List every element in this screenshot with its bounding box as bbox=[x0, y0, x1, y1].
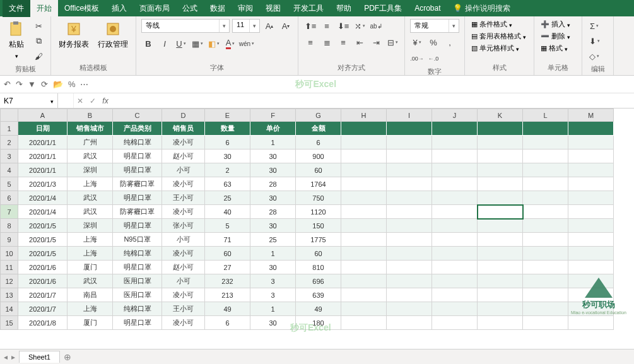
cell[interactable]: 639 bbox=[296, 288, 341, 302]
row-header[interactable]: 1 bbox=[1, 122, 18, 136]
header-cell[interactable]: 日期 bbox=[18, 122, 68, 136]
cell[interactable]: 810 bbox=[296, 261, 341, 274]
accounting-format-button[interactable]: ¥ bbox=[410, 35, 424, 49]
cell[interactable]: 60 bbox=[296, 247, 341, 261]
tab-file[interactable]: 文件 bbox=[3, 0, 30, 17]
row-header[interactable]: 14 bbox=[1, 302, 18, 316]
cell[interactable]: 凌小可 bbox=[162, 177, 205, 191]
cell[interactable] bbox=[387, 205, 432, 219]
row-header[interactable]: 9 bbox=[1, 233, 18, 247]
cell[interactable]: 1 bbox=[250, 302, 296, 316]
row-header[interactable]: 13 bbox=[1, 288, 18, 302]
cell[interactable]: 凌小可 bbox=[162, 288, 205, 302]
cell[interactable] bbox=[478, 150, 523, 163]
cell[interactable] bbox=[568, 191, 614, 205]
autosum-button[interactable]: Σ bbox=[587, 19, 601, 33]
cell[interactable] bbox=[432, 288, 478, 302]
cell[interactable] bbox=[523, 150, 568, 163]
tab-help[interactable]: 帮助 bbox=[330, 0, 358, 17]
cell[interactable] bbox=[523, 261, 568, 274]
column-header[interactable]: F bbox=[250, 109, 296, 122]
cell[interactable]: 纯棉口罩 bbox=[113, 302, 162, 316]
cell[interactable]: 深圳 bbox=[68, 163, 113, 177]
cell[interactable] bbox=[341, 274, 387, 288]
column-header[interactable]: I bbox=[387, 109, 432, 122]
cell[interactable]: 6 bbox=[296, 136, 341, 150]
conditional-format-button[interactable]: ▦条件格式 bbox=[470, 19, 514, 30]
cell[interactable] bbox=[568, 219, 614, 233]
cell[interactable]: 30 bbox=[250, 150, 296, 163]
column-header[interactable]: L bbox=[523, 109, 568, 122]
header-cell[interactable]: 销售员 bbox=[162, 122, 205, 136]
wrap-text-button[interactable]: ab↲ bbox=[369, 19, 383, 33]
fx-button[interactable]: fx bbox=[99, 97, 112, 105]
cell[interactable]: 3 bbox=[250, 288, 296, 302]
cell[interactable] bbox=[478, 247, 523, 261]
cell[interactable] bbox=[478, 205, 523, 219]
tab-acrobat[interactable]: Acrobat bbox=[408, 1, 447, 16]
cell[interactable]: 28 bbox=[250, 177, 296, 191]
align-middle-button[interactable]: ≡ bbox=[320, 19, 334, 33]
cell[interactable]: 2020/1/6 bbox=[18, 274, 68, 288]
phonetic-button[interactable]: wén bbox=[240, 37, 254, 50]
cell[interactable] bbox=[387, 274, 432, 288]
more-icon[interactable]: ⋯ bbox=[80, 79, 88, 89]
cell[interactable] bbox=[432, 247, 478, 261]
cell[interactable] bbox=[341, 163, 387, 177]
format-painter-button[interactable]: 🖌 bbox=[32, 49, 45, 63]
column-header[interactable]: C bbox=[113, 109, 162, 122]
cell[interactable] bbox=[341, 191, 387, 205]
cell[interactable] bbox=[478, 288, 523, 302]
cell[interactable] bbox=[432, 205, 478, 219]
cell[interactable]: 30 bbox=[205, 150, 250, 163]
cell[interactable] bbox=[387, 288, 432, 302]
cell[interactable]: 凌小可 bbox=[162, 205, 205, 219]
row-header[interactable]: 7 bbox=[1, 205, 18, 219]
cell[interactable] bbox=[523, 233, 568, 247]
cell[interactable] bbox=[387, 302, 432, 316]
tab-review[interactable]: 审阅 bbox=[232, 0, 259, 17]
cell-styles-button[interactable]: ▧单元格样式 bbox=[470, 43, 520, 54]
cell[interactable] bbox=[568, 247, 614, 261]
column-header[interactable]: K bbox=[478, 109, 523, 122]
cell[interactable]: 2020/1/8 bbox=[18, 316, 68, 330]
cell[interactable]: 赵小可 bbox=[162, 261, 205, 274]
cell[interactable] bbox=[478, 233, 523, 247]
font-name-combo[interactable]: 等线 bbox=[141, 19, 230, 33]
cell[interactable]: 凌小可 bbox=[162, 136, 205, 150]
cell[interactable]: 60 bbox=[296, 163, 341, 177]
cell[interactable]: 2020/1/4 bbox=[18, 191, 68, 205]
cell[interactable] bbox=[341, 150, 387, 163]
cell[interactable] bbox=[568, 136, 614, 150]
cell[interactable] bbox=[523, 136, 568, 150]
cell[interactable] bbox=[523, 163, 568, 177]
cell[interactable] bbox=[478, 274, 523, 288]
cell[interactable] bbox=[568, 316, 614, 330]
cell[interactable]: 明星口罩 bbox=[113, 261, 162, 274]
cell[interactable]: 张小可 bbox=[162, 219, 205, 233]
cell[interactable] bbox=[523, 316, 568, 330]
header-cell[interactable] bbox=[387, 122, 432, 136]
cell[interactable]: 30 bbox=[250, 219, 296, 233]
cell[interactable]: 180 bbox=[296, 316, 341, 330]
cell[interactable] bbox=[523, 288, 568, 302]
cell[interactable]: 63 bbox=[205, 177, 250, 191]
cell[interactable] bbox=[478, 316, 523, 330]
tab-formulas[interactable]: 公式 bbox=[176, 0, 204, 17]
tab-data[interactable]: 数据 bbox=[204, 0, 232, 17]
cell[interactable]: 71 bbox=[205, 233, 250, 247]
cell[interactable] bbox=[432, 274, 478, 288]
cell[interactable]: 5 bbox=[205, 219, 250, 233]
cell[interactable]: 医用口罩 bbox=[113, 288, 162, 302]
row-header[interactable]: 5 bbox=[1, 177, 18, 191]
column-header[interactable]: J bbox=[432, 109, 478, 122]
increase-decimal-button[interactable]: .00→ bbox=[410, 52, 424, 66]
header-cell[interactable]: 金额 bbox=[296, 122, 341, 136]
cell[interactable] bbox=[523, 191, 568, 205]
cell[interactable]: 小可 bbox=[162, 233, 205, 247]
tab-office-templates[interactable]: Office模板 bbox=[58, 0, 105, 17]
fill-color-button[interactable]: ◧ bbox=[207, 37, 221, 50]
cell[interactable] bbox=[387, 136, 432, 150]
cell[interactable]: 明星口罩 bbox=[113, 150, 162, 163]
formula-input[interactable] bbox=[112, 100, 634, 102]
